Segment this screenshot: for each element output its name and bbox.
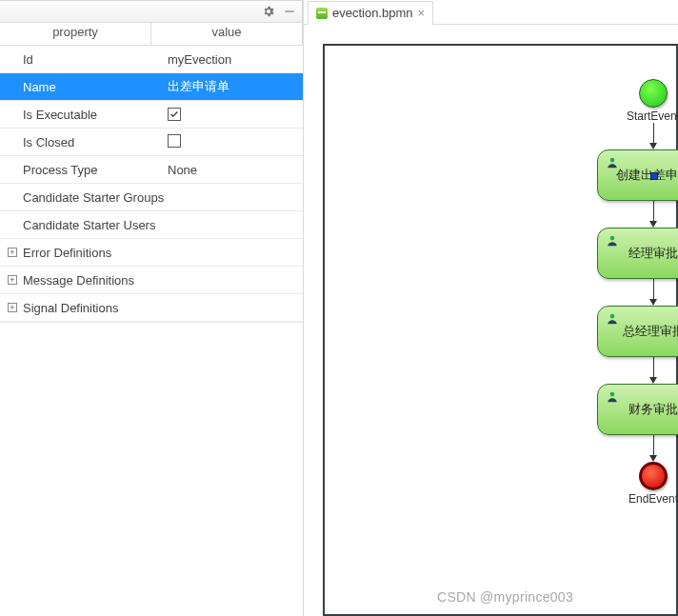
- diagram-canvas[interactable]: StartEvent 创建出差申请 经理审批: [323, 44, 678, 616]
- column-header-property: property: [0, 23, 151, 46]
- tree-row-signal-definitions[interactable]: + Signal Definitions: [0, 294, 303, 322]
- tree-label: Signal Definitions: [23, 301, 303, 315]
- user-task-2[interactable]: 总经理审批: [597, 306, 678, 357]
- end-event-label: EndEvent: [628, 492, 678, 506]
- start-event[interactable]: [639, 79, 668, 108]
- property-row-closed[interactable]: Is Closed: [0, 129, 303, 156]
- sequence-flow[interactable]: [649, 123, 657, 149]
- sequence-flow[interactable]: [649, 201, 657, 228]
- expand-icon[interactable]: +: [8, 303, 17, 312]
- user-icon: [606, 312, 619, 328]
- expand-icon[interactable]: +: [8, 275, 17, 285]
- property-row-id[interactable]: Id myEvection: [0, 46, 303, 73]
- property-label: Is Closed: [23, 135, 164, 149]
- property-row-process-type[interactable]: Process Type None: [0, 156, 303, 184]
- panel-toolbar: [0, 0, 303, 23]
- user-icon: [606, 234, 619, 250]
- property-row-executable[interactable]: Is Executable: [0, 101, 303, 129]
- closed-checkbox[interactable]: [168, 134, 181, 148]
- editor-panel: evection.bpmn × StartEvent 创建出差申请: [303, 0, 678, 616]
- sequence-flow[interactable]: [649, 357, 657, 384]
- task-label: 经理审批: [628, 245, 678, 262]
- gear-icon[interactable]: [262, 5, 275, 18]
- svg-point-3: [610, 314, 615, 319]
- properties-header: property value: [0, 23, 303, 46]
- user-task-1[interactable]: 经理审批: [597, 228, 678, 279]
- svg-point-4: [610, 392, 615, 397]
- user-task-3[interactable]: 财务审批: [597, 384, 678, 435]
- selection-handle[interactable]: [650, 172, 658, 180]
- editor-tabbar: evection.bpmn ×: [304, 0, 678, 25]
- tree-row-error-definitions[interactable]: + Error Definitions: [0, 239, 303, 267]
- tab-filename: evection.bpmn: [332, 6, 413, 20]
- tree-row-message-definitions[interactable]: + Message Definitions: [0, 267, 303, 294]
- task-label: 财务审批: [628, 401, 678, 418]
- property-value[interactable]: None: [164, 163, 303, 177]
- svg-point-2: [610, 236, 615, 241]
- tree-label: Message Definitions: [23, 273, 303, 288]
- sequence-flow[interactable]: [649, 435, 657, 462]
- user-icon: [606, 156, 619, 172]
- property-row-candidate-users[interactable]: Candidate Starter Users: [0, 211, 303, 239]
- user-icon: [606, 390, 619, 407]
- svg-point-1: [610, 158, 615, 163]
- property-row-candidate-groups[interactable]: Candidate Starter Groups: [0, 184, 303, 211]
- canvas-wrap: StartEvent 创建出差申请 经理审批: [304, 25, 678, 616]
- start-event-label: StartEvent: [627, 109, 678, 123]
- column-header-value: value: [151, 23, 303, 46]
- bpmn-file-icon: [316, 8, 328, 19]
- property-label: Name: [23, 80, 164, 94]
- svg-rect-0: [285, 10, 293, 11]
- executable-checkbox[interactable]: [168, 108, 181, 121]
- property-label: Candidate Starter Groups: [23, 190, 164, 205]
- task-label: 总经理审批: [623, 323, 679, 340]
- sequence-flow[interactable]: [649, 279, 657, 306]
- properties-panel: property value Id myEvection Name 出差申请单 …: [0, 0, 303, 616]
- end-event[interactable]: [639, 462, 668, 490]
- expand-icon[interactable]: +: [8, 248, 17, 257]
- property-label: Candidate Starter Users: [23, 218, 164, 232]
- minimize-icon[interactable]: [283, 5, 296, 18]
- user-task-0[interactable]: 创建出差申请: [597, 149, 678, 201]
- property-label: Is Executable: [23, 108, 164, 122]
- tree-label: Error Definitions: [23, 246, 303, 260]
- task-label: 创建出差申请: [616, 167, 678, 184]
- close-icon[interactable]: ×: [418, 6, 426, 20]
- editor-tab[interactable]: evection.bpmn ×: [308, 1, 433, 25]
- property-label: Id: [23, 52, 164, 67]
- property-value[interactable]: myEvection: [164, 52, 303, 67]
- property-row-name[interactable]: Name 出差申请单: [0, 73, 303, 101]
- property-label: Process Type: [23, 163, 164, 177]
- property-value[interactable]: 出差申请单: [164, 78, 303, 95]
